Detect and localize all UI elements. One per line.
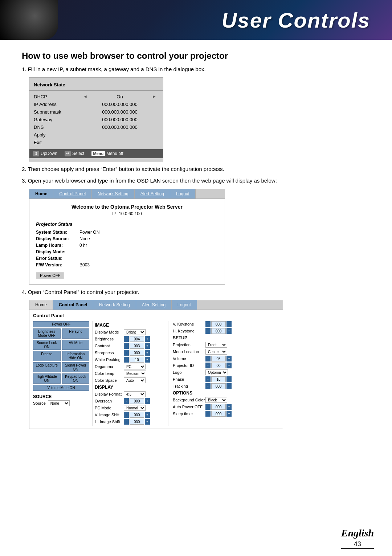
high-altitude-on-button[interactable]: High Altitude ON xyxy=(33,373,61,384)
white-peaking-ctrl: - 10 + xyxy=(124,357,150,363)
source-lock-on-button[interactable]: Source Lock ON xyxy=(33,340,61,350)
network-row-subnet: Subnet mask 000.000.000.000 xyxy=(29,108,163,116)
logo-select[interactable]: Optoma xyxy=(205,369,228,375)
color-space-select[interactable]: Auto xyxy=(124,377,146,383)
brightness-mode-off-button[interactable]: Brightness Mode OFF xyxy=(33,328,61,339)
main-content: How to use web browser to control your p… xyxy=(0,40,392,440)
phase-value: 16 xyxy=(211,376,226,382)
display-section-title: DISPLAY xyxy=(95,385,166,390)
contrast-plus[interactable]: + xyxy=(145,343,150,349)
browser-screenshot-control-panel: Home Control Panel Network Setting Alert… xyxy=(29,300,283,429)
projector-id-minus[interactable]: - xyxy=(205,363,211,368)
power-off-cp-button[interactable]: Power OFF xyxy=(33,321,89,327)
brightness-plus[interactable]: + xyxy=(145,336,150,342)
v-image-shift-minus[interactable]: - xyxy=(124,412,129,418)
sharpness-minus[interactable]: - xyxy=(124,350,129,356)
pc-mode-label: PC Mode xyxy=(95,406,124,410)
menu-location-select[interactable]: Center xyxy=(205,349,227,355)
h-keystone-ctrl: - 000 + xyxy=(205,328,232,334)
cp-nav-home[interactable]: Home xyxy=(29,300,53,310)
brightness-minus[interactable]: - xyxy=(124,336,129,342)
tracking-plus[interactable]: + xyxy=(226,383,232,389)
menu-icon: Menu xyxy=(91,151,105,156)
cp-middle-col: IMAGE Display Mode Bright Brightness - 0… xyxy=(92,321,168,426)
subnet-label: Subnet mask xyxy=(34,109,81,115)
phase-ctrl: - 16 + xyxy=(205,376,232,382)
h-keystone-minus[interactable]: - xyxy=(205,328,211,334)
dhcp-arrow-left[interactable]: ◄ xyxy=(81,94,90,99)
dhcp-arrow-right[interactable]: ► xyxy=(150,94,159,99)
gateway-label: Gateway xyxy=(34,117,81,122)
display-format-select[interactable]: 4:3 xyxy=(124,391,146,397)
tracking-minus[interactable]: - xyxy=(205,383,211,389)
status-row-system: System Status: Power ON xyxy=(36,230,218,235)
nav-network-setting[interactable]: Network Setting xyxy=(92,189,135,199)
footer-menu: Menu Menu off xyxy=(91,151,123,156)
freeze-button[interactable]: Freeze xyxy=(33,351,61,361)
degamma-select[interactable]: PC xyxy=(124,364,146,369)
header-decorative-image xyxy=(0,0,58,40)
v-keystone-plus[interactable]: + xyxy=(226,321,232,327)
white-peaking-plus[interactable]: + xyxy=(145,357,150,363)
sleep-timer-minus[interactable]: - xyxy=(205,411,211,417)
projection-select[interactable]: Front xyxy=(205,342,227,348)
keypad-lock-on-button[interactable]: Keypad Lock ON xyxy=(62,373,90,384)
logo-capture-button[interactable]: Logo Capture xyxy=(33,362,61,372)
network-row-apply[interactable]: Apply xyxy=(29,131,163,139)
volume-value: 08 xyxy=(211,356,226,361)
display-mode-select[interactable]: Bright xyxy=(124,329,146,335)
phase-minus[interactable]: - xyxy=(205,376,211,382)
bg-color-select[interactable]: Black xyxy=(205,397,227,403)
auto-power-plus[interactable]: + xyxy=(226,404,232,410)
step3-text: 3. Open your web browser and type in fro… xyxy=(22,177,370,185)
cp-nav-logout[interactable]: Logout xyxy=(172,300,197,310)
h-image-shift-minus[interactable]: - xyxy=(124,419,129,425)
overscan-minus[interactable]: - xyxy=(124,398,129,404)
v-keystone-minus[interactable]: - xyxy=(205,321,211,327)
cp-right-col: V. Keystone - 000 + H. Keystone - 000 xyxy=(171,321,279,426)
contrast-minus[interactable]: - xyxy=(124,343,129,349)
white-peaking-minus[interactable]: - xyxy=(124,357,129,363)
sleep-timer-label: Sleep timer xyxy=(173,412,205,416)
projector-id-plus[interactable]: + xyxy=(226,363,232,368)
sleep-timer-plus[interactable]: + xyxy=(226,411,232,417)
cp-nav-network-setting[interactable]: Network Setting xyxy=(93,300,136,310)
source-row-label: Source xyxy=(33,401,46,405)
nav-home[interactable]: Home xyxy=(29,189,53,199)
projector-id-label: Projector ID xyxy=(173,363,205,368)
overscan-plus[interactable]: + xyxy=(145,398,150,404)
updown-label: UpDown xyxy=(41,151,57,156)
nav-alert-setting[interactable]: Alert Setting xyxy=(135,189,170,199)
nav-control-panel[interactable]: Control Panel xyxy=(53,189,92,199)
degamma-row: Degamma PC xyxy=(95,364,166,369)
source-select[interactable]: None xyxy=(48,400,70,406)
phase-plus[interactable]: + xyxy=(226,376,232,382)
sleep-timer-value: 000 xyxy=(211,411,226,417)
volume-minus[interactable]: - xyxy=(205,356,211,361)
lamp-hours-value: 0 hr xyxy=(79,243,87,248)
h-image-shift-plus[interactable]: + xyxy=(145,419,150,425)
v-keystone-value: 000 xyxy=(211,321,226,327)
resync-button[interactable]: Re-sync xyxy=(62,328,90,339)
info-hide-on-button[interactable]: Information Hide ON xyxy=(62,351,90,361)
step1-text: 1. Fill in a new IP, a subnet mask, a ga… xyxy=(22,65,370,74)
cp-nav-control-panel[interactable]: Control Panel xyxy=(53,300,93,310)
auto-power-minus[interactable]: - xyxy=(205,404,211,410)
v-image-shift-plus[interactable]: + xyxy=(145,412,150,418)
control-panel-content: Control Panel Power OFF Brightness Mode … xyxy=(29,310,283,429)
sharpness-plus[interactable]: + xyxy=(145,350,150,356)
signal-power-on-button[interactable]: Signal Power ON xyxy=(62,362,90,372)
power-off-button[interactable]: Power OFF xyxy=(36,272,64,279)
display-mode-label-cp: Display Mode xyxy=(95,330,124,334)
av-mute-button[interactable]: AV Mute xyxy=(62,340,90,350)
status-row-fw: F/W Version: B003 xyxy=(36,262,218,267)
volume-plus[interactable]: + xyxy=(226,356,232,361)
network-row-exit[interactable]: Exit xyxy=(29,139,163,146)
pc-mode-select[interactable]: Normal xyxy=(124,405,146,411)
h-keystone-plus[interactable]: + xyxy=(226,328,232,334)
nav-logout[interactable]: Logout xyxy=(170,189,196,199)
volume-mute-on-button[interactable]: Volume Mute ON xyxy=(33,385,89,391)
cp-nav-alert-setting[interactable]: Alert Setting xyxy=(136,300,172,310)
color-temp-select[interactable]: Medium xyxy=(124,371,146,376)
source-row: Source None xyxy=(33,400,89,406)
